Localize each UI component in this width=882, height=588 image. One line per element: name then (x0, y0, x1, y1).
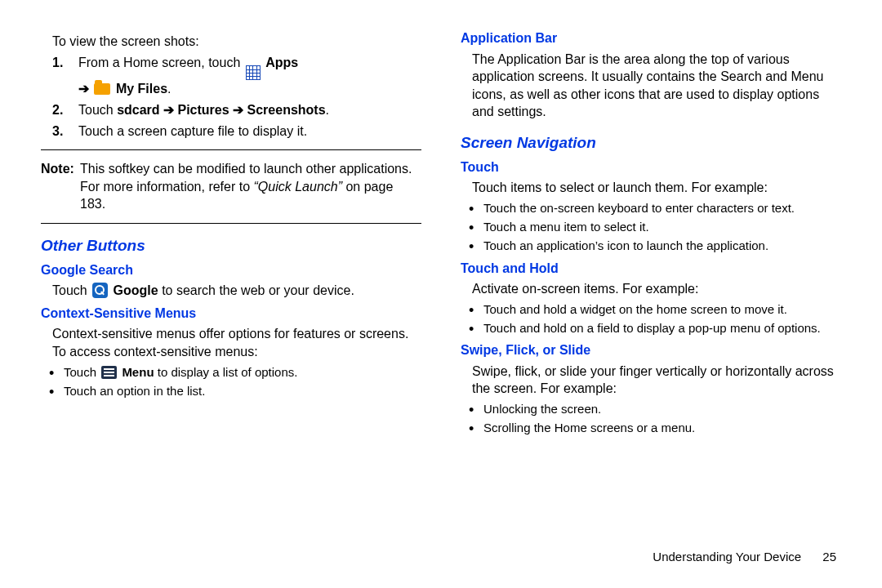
context-intro: Context-sensitive menus offer options fo… (52, 325, 421, 360)
step2-path: sdcard ➔ Pictures ➔ Screenshots (117, 103, 325, 117)
list-item: Scrolling the Home screens or a menu. (466, 420, 841, 436)
list-item: Touch an option in the list. (46, 383, 421, 399)
divider (41, 223, 421, 224)
heading-google-search: Google Search (41, 261, 421, 279)
heading-touch: Touch (461, 158, 841, 176)
swipe-intro: Swipe, flick, or slide your finger verti… (472, 363, 841, 398)
ctx1-pre: Touch (64, 365, 100, 379)
note-text: This softkey can be modified to launch o… (80, 160, 421, 213)
google-post: to search the web or your device. (158, 283, 354, 297)
page-footer: Understanding Your Device 25 (653, 549, 836, 565)
arrow-icon: ➔ (78, 82, 89, 96)
step2-dot: . (326, 103, 329, 117)
steps-list: 1. From a Home screen, touch Apps ➔ My F… (41, 54, 421, 140)
step1-pre: From a Home screen, touch (78, 56, 244, 69)
list-item: Unlocking the screen. (466, 401, 841, 417)
step-3: Touch a screen capture file to display i… (78, 122, 421, 140)
right-column: Application Bar The Application Bar is t… (461, 29, 841, 442)
list-item: Touch and hold on a field to display a p… (466, 320, 841, 336)
heading-swipe: Swipe, Flick, or Slide (461, 341, 841, 359)
page-number: 25 (822, 550, 836, 564)
note-label: Note: (41, 160, 80, 213)
heading-context-menus: Context-Sensitive Menus (41, 305, 421, 323)
list-item: Touch and hold a widget on the home scre… (466, 301, 841, 318)
heading-other-buttons: Other Buttons (41, 235, 421, 256)
list-item: Touch Menu to display a list of options. (46, 364, 421, 381)
apps-label: Apps (265, 56, 298, 69)
heading-screen-navigation: Screen Navigation (461, 132, 841, 154)
step1-dot: . (167, 82, 171, 96)
footer-section: Understanding Your Device (653, 550, 801, 564)
google-label: Google (114, 283, 158, 297)
hold-intro: Activate on-screen items. For example: (472, 280, 841, 298)
step-number: 1. (52, 54, 78, 98)
hold-list: Touch and hold a widget on the home scre… (461, 301, 841, 337)
menu-icon (101, 366, 117, 379)
google-pre: Touch (52, 283, 91, 297)
step-2: Touch sdcard ➔ Pictures ➔ Screenshots. (78, 101, 421, 119)
heading-touch-hold: Touch and Hold (461, 260, 841, 278)
myfiles-label: My Files (116, 82, 167, 96)
step-1: From a Home screen, touch Apps ➔ My File… (78, 54, 421, 98)
appbar-text: The Application Bar is the area along th… (472, 51, 841, 121)
ctx1-post: to display a list of options. (154, 365, 298, 379)
menu-label: Menu (122, 365, 154, 379)
list-item: Touch the on-screen keyboard to enter ch… (466, 200, 841, 216)
heading-application-bar: Application Bar (461, 29, 841, 47)
note-ref: “Quick Launch” (254, 180, 343, 194)
touch-intro: Touch items to select or launch them. Fo… (472, 179, 841, 197)
search-icon (92, 283, 108, 298)
list-item: Touch an application’s icon to launch th… (466, 238, 841, 254)
context-list: Touch Menu to display a list of options.… (41, 364, 421, 400)
divider (41, 149, 421, 150)
step-number: 2. (52, 101, 78, 119)
list-item: Touch a menu item to select it. (466, 219, 841, 235)
touch-list: Touch the on-screen keyboard to enter ch… (461, 200, 841, 255)
google-text: Touch Google to search the web or your d… (52, 282, 421, 300)
step2-pre: Touch (78, 103, 117, 117)
intro-text: To view the screen shots: (52, 33, 421, 51)
step-number: 3. (52, 122, 78, 140)
folder-icon (94, 83, 110, 95)
apps-icon (246, 65, 261, 80)
left-column: To view the screen shots: 1. From a Home… (41, 29, 421, 442)
note-block: Note: This softkey can be modified to la… (41, 160, 421, 213)
swipe-list: Unlocking the screen. Scrolling the Home… (461, 401, 841, 437)
